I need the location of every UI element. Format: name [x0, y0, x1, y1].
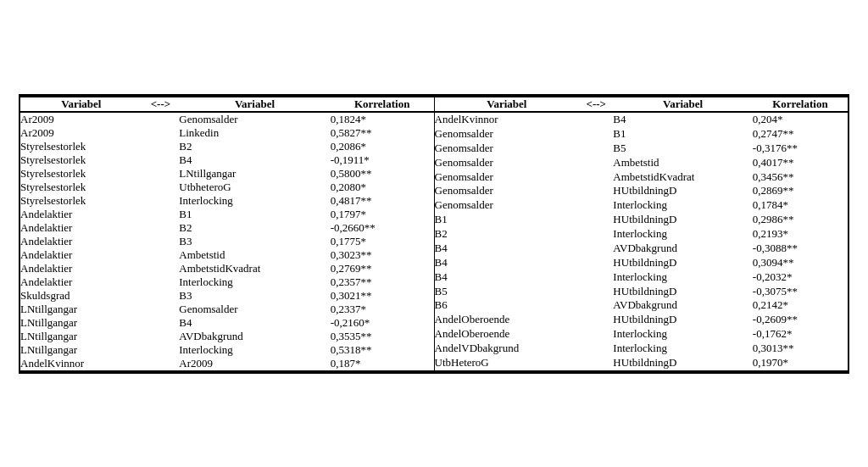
- left-header-row: Variabel <--> Variabel Korrelation: [20, 97, 434, 112]
- table-cell: [142, 140, 180, 153]
- left-header-var2: Variabel: [179, 97, 331, 112]
- table-cell: AndelVDbakgrund: [435, 342, 580, 356]
- table-cell: Genomsalder: [435, 141, 580, 155]
- table-cell: 0,3535**: [331, 330, 434, 343]
- table-cell: [142, 316, 180, 330]
- table-cell: Andelaktier: [20, 248, 142, 262]
- table-cell: [142, 330, 180, 343]
- table-cell: 0,2357**: [331, 275, 434, 289]
- table-cell: [142, 275, 180, 289]
- table-row: AndelaktierB30,1775*: [20, 235, 434, 248]
- table-row: AndelaktierInterlocking0,2357**: [20, 275, 434, 289]
- table-cell: [579, 313, 613, 327]
- table-cell: AmbetstidKvadrat: [179, 262, 331, 275]
- table-row: AndelaktierB2-0,2660**: [20, 221, 434, 235]
- table-cell: AndelKvinnor: [435, 112, 580, 127]
- table-cell: [142, 208, 180, 221]
- table-cell: 0,1775*: [331, 235, 434, 248]
- table-cell: LNtillgangar: [20, 343, 142, 357]
- table-cell: Interlocking: [613, 198, 752, 213]
- table-cell: [579, 184, 613, 198]
- table-cell: Styrelsestorlek: [20, 153, 142, 167]
- right-header-arrow: <-->: [579, 97, 613, 112]
- table-cell: 0,2080*: [331, 181, 434, 194]
- table-cell: -0,1911*: [331, 153, 434, 167]
- table-cell: 0,1970*: [753, 355, 848, 370]
- table-cell: [142, 194, 180, 208]
- table-row: SkuldsgradB30,3021**: [20, 289, 434, 303]
- table-cell: LNtillgangar: [179, 167, 331, 181]
- table-cell: B2: [179, 221, 331, 235]
- table-cell: [579, 112, 613, 127]
- table-cell: Interlocking: [613, 342, 752, 356]
- table-row: B4Interlocking-0,2032*: [435, 270, 849, 284]
- table-cell: [579, 370, 613, 370]
- table-cell: B4: [613, 112, 752, 127]
- right-header-corr: Korrelation: [753, 97, 848, 112]
- table-cell: [579, 342, 613, 356]
- table-cell: B1: [435, 213, 580, 227]
- table-row: UtbHeteroGHUtbildningD0,1970*: [435, 355, 849, 370]
- table-cell: -0,1762*: [753, 327, 848, 342]
- right-header-row: Variabel <--> Variabel Korrelation: [435, 97, 849, 112]
- table-cell: HUtbildningD: [613, 284, 752, 298]
- table-cell: Genomsalder: [435, 170, 580, 184]
- table-cell: 0,1824*: [331, 112, 434, 126]
- table-cell: [142, 343, 180, 357]
- table-cell: LNtillgangar: [20, 316, 142, 330]
- table-cell: 0,2086*: [331, 140, 434, 153]
- table-cell: B6: [435, 298, 580, 313]
- table-cell: [142, 126, 180, 140]
- table-cell: 0,1797*: [331, 208, 434, 221]
- table-cell: [142, 112, 180, 126]
- table-cell: 0,5800**: [331, 167, 434, 181]
- table-cell: Andelaktier: [20, 221, 142, 235]
- table-row: Ar2009Genomsalder0,1824*: [20, 112, 434, 126]
- table-row: AndelVDbakgrundInterlocking0,3013**: [435, 342, 849, 356]
- table-cell: 0,5827**: [331, 126, 434, 140]
- table-cell: AmbetstidKvadrat: [613, 170, 752, 184]
- table-row: Ar2009Linkedin0,5827**: [20, 126, 434, 140]
- table-cell: -0,3088**: [753, 241, 848, 255]
- table-cell: Linkedin: [179, 126, 331, 140]
- table-row: StyrelsestorlekUtbheteroG0,2080*: [20, 181, 434, 194]
- table-cell: [142, 289, 180, 303]
- table-cell: [613, 370, 752, 370]
- table-cell: 0,2142*: [753, 298, 848, 313]
- table-cell: [579, 327, 613, 342]
- table-cell: -0,2660**: [331, 221, 434, 235]
- table-cell: 0,2869**: [753, 184, 848, 198]
- table-cell: 0,3021**: [331, 289, 434, 303]
- table-row: AndelOberoendeInterlocking-0,1762*: [435, 327, 849, 342]
- table-cell: [142, 235, 180, 248]
- table-cell: HUtbildningD: [613, 313, 752, 327]
- table-cell: 0,2747**: [753, 126, 848, 141]
- table-cell: Interlocking: [613, 227, 752, 242]
- table-cell: UtbheteroG: [179, 181, 331, 194]
- table-cell: Genomsalder: [179, 303, 331, 316]
- table-cell: [142, 303, 180, 316]
- table-cell: AVDbakgrund: [613, 241, 752, 255]
- table-cell: HUtbildningD: [613, 355, 752, 370]
- table-cell: 0,4017**: [753, 155, 848, 170]
- table-cell: Genomsalder: [435, 198, 580, 213]
- table-row: GenomsalderInterlocking0,1784*: [435, 198, 849, 213]
- table-row: StyrelsestorlekLNtillgangar0,5800**: [20, 167, 434, 181]
- table-row: B2Interlocking0,2193*: [435, 227, 849, 242]
- table-row: B5HUtbildningD-0,3075**: [435, 284, 849, 298]
- main-table: Variabel <--> Variabel Korrelation Ar200…: [19, 94, 849, 374]
- table-cell: AndelOberoende: [435, 313, 580, 327]
- table-cell: Ar2009: [179, 357, 331, 371]
- table-cell: [142, 248, 180, 262]
- table-cell: Ambetstid: [613, 155, 752, 170]
- table-cell: Andelaktier: [20, 275, 142, 289]
- table-row: AndelaktierB10,1797*: [20, 208, 434, 221]
- table-cell: Styrelsestorlek: [20, 194, 142, 208]
- table-cell: AVDbakgrund: [179, 330, 331, 343]
- table-row: B6AVDbakgrund0,2142*: [435, 298, 849, 313]
- right-header-var2: Variabel: [613, 97, 752, 112]
- table-cell: B4: [435, 241, 580, 255]
- table-row: GenomsalderB5-0,3176**: [435, 141, 849, 155]
- table-cell: 0,3013**: [753, 342, 848, 356]
- table-cell: B4: [179, 153, 331, 167]
